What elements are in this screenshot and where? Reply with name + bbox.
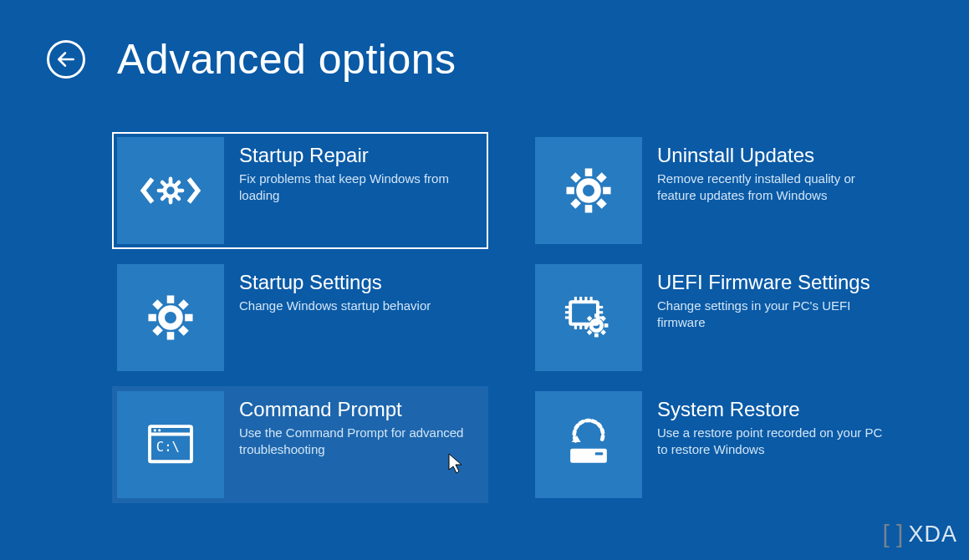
terminal-icon: C:\ [117,391,224,498]
svg-rect-11 [595,452,603,455]
option-uninstall-updates[interactable]: Uninstall Updates Remove recently instal… [530,132,906,249]
watermark-text: XDA [908,522,957,547]
svg-point-1 [579,181,598,200]
option-title: System Restore [657,398,893,421]
watermark: [ ] XDA [882,520,957,548]
option-text: Startup Repair Fix problems that keep Wi… [239,137,483,205]
page-title: Advanced options [117,35,456,84]
option-description: Fix problems that keep Windows from load… [239,171,475,205]
option-title: Startup Settings [239,271,431,294]
option-description: Remove recently installed quality or fea… [657,171,893,205]
option-command-prompt[interactable]: C:\ Command Prompt Use the Command Promp… [112,386,488,503]
option-title: Command Prompt [239,398,475,421]
option-text: Startup Settings Change Windows startup … [239,264,439,314]
firmware-icon [535,264,642,371]
back-button[interactable] [47,40,85,79]
option-uefi-firmware[interactable]: UEFI Firmware Settings Change settings i… [530,259,906,376]
option-title: Uninstall Updates [657,144,893,167]
svg-rect-10 [570,449,607,463]
option-text: UEFI Firmware Settings Change settings i… [657,264,901,332]
option-title: UEFI Firmware Settings [657,271,893,294]
option-description: Change settings in your PC's UEFI firmwa… [657,298,893,332]
option-startup-repair[interactable]: Startup Repair Fix problems that keep Wi… [112,132,488,249]
option-system-restore[interactable]: System Restore Use a restore point recor… [530,386,906,503]
header: Advanced options [0,0,969,84]
svg-point-2 [161,308,180,327]
repair-icon [117,137,224,244]
svg-point-7 [154,429,156,431]
option-description: Use a restore point recorded on your PC … [657,425,893,459]
restore-icon [535,391,642,498]
gear-icon [117,264,224,371]
option-description: Change Windows startup behavior [239,298,431,314]
svg-point-8 [158,429,161,431]
option-title: Startup Repair [239,144,475,167]
back-arrow-icon [55,48,77,70]
option-description: Use the Command Prompt for advanced trou… [239,425,475,459]
bracket-icon: [ ] [882,520,903,548]
option-text: Command Prompt Use the Command Prompt fo… [239,391,483,459]
option-text: System Restore Use a restore point recor… [657,391,901,459]
svg-text:C:\: C:\ [156,440,180,455]
option-startup-settings[interactable]: Startup Settings Change Windows startup … [112,259,488,376]
svg-point-0 [165,185,176,196]
gear-icon [535,137,642,244]
options-grid: Startup Repair Fix problems that keep Wi… [0,84,969,503]
option-text: Uninstall Updates Remove recently instal… [657,137,901,205]
